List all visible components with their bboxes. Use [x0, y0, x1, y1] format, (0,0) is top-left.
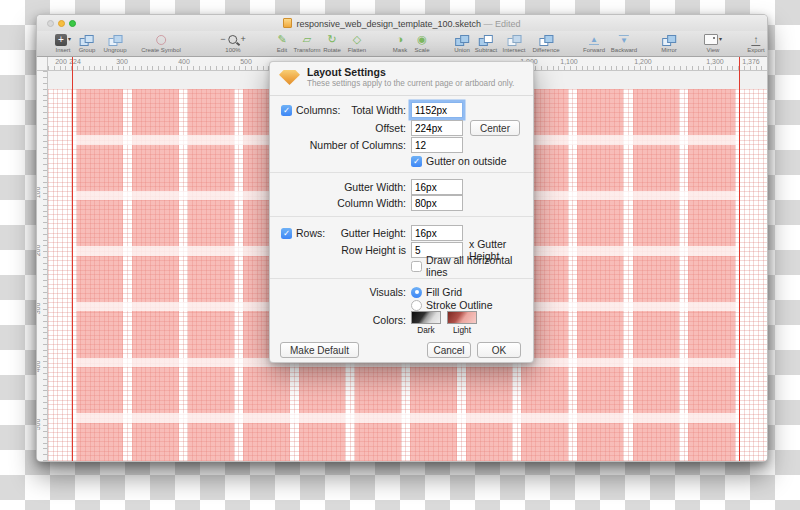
- rotate-icon: ↻: [323, 33, 341, 46]
- forward-button[interactable]: ▲ Forward: [583, 33, 605, 53]
- insert-button[interactable]: +▾ Insert: [55, 33, 71, 53]
- dark-color-well[interactable]: [411, 311, 441, 324]
- symbol-icon: [156, 35, 166, 45]
- backward-button[interactable]: ▼ Backward: [611, 33, 637, 53]
- vertical-ruler[interactable]: 0 100 200 300 400 500 600: [37, 57, 48, 461]
- chevron-down-icon: ▾: [719, 33, 722, 46]
- divider: [270, 278, 533, 279]
- difference-icon: [539, 34, 553, 46]
- subtract-button[interactable]: Subtract: [475, 33, 497, 53]
- light-color-well[interactable]: [447, 311, 477, 324]
- gutter-outside-checkbox[interactable]: ✓: [411, 156, 422, 167]
- arrange-backward-icon: ▼: [619, 35, 629, 45]
- sketch-diamond-icon: [279, 70, 300, 85]
- mirror-button[interactable]: Mirror: [661, 33, 677, 53]
- ruler-label: 300: [116, 58, 128, 65]
- union-button[interactable]: Union: [454, 33, 470, 53]
- make-default-button[interactable]: Make Default: [280, 342, 359, 358]
- intersect-button[interactable]: Intersect: [502, 33, 525, 53]
- light-color-label: Light: [447, 325, 477, 335]
- gutter-outside-label: Gutter on outside: [426, 155, 507, 167]
- edit-button[interactable]: ✎ Edit: [277, 33, 287, 53]
- export-button[interactable]: ↑ Export: [747, 33, 764, 53]
- stroke-outline-radio[interactable]: [411, 300, 422, 311]
- view-button[interactable]: ▾ View: [704, 33, 722, 53]
- union-icon: [455, 34, 469, 46]
- magnifier-icon: [229, 35, 238, 44]
- export-arrow-icon: ↑: [752, 34, 761, 46]
- number-of-columns-input[interactable]: [411, 137, 463, 153]
- colors-label: Colors:: [270, 311, 411, 326]
- ruler-label: 400: [178, 58, 190, 65]
- flatten-icon: ◇: [348, 33, 366, 46]
- ruler-label: 200: [36, 245, 41, 257]
- columns-label: Columns:: [296, 104, 340, 116]
- toolbar: +▾ Insert Group Ungroup Create Symbol −+…: [37, 31, 767, 57]
- ruler-label: 1,100: [560, 58, 578, 65]
- gutter-height-input[interactable]: [411, 225, 463, 241]
- zoom-out-icon[interactable]: −: [220, 33, 225, 46]
- rows-label: Rows:: [296, 227, 325, 239]
- divider: [270, 216, 533, 217]
- layout-guide-left-224: [72, 57, 73, 461]
- ruler-label: 0: [36, 133, 37, 137]
- transparent-checkerboard-background: responsive_web_design_template_100.sketc…: [0, 0, 800, 510]
- gutter-width-label: Gutter Width:: [270, 181, 411, 193]
- dialog-title: Layout Settings: [307, 66, 386, 78]
- pencil-icon: ✎: [277, 33, 287, 46]
- window-title-text: responsive_web_design_template_100.sketc…: [296, 19, 481, 29]
- ok-button[interactable]: OK: [477, 342, 521, 358]
- ruler-label: 400: [36, 361, 41, 373]
- view-icon: [704, 34, 718, 45]
- column-width-label: Column Width:: [270, 197, 411, 209]
- rows-checkbox-row[interactable]: ✓ Rows:: [281, 227, 325, 239]
- arrange-forward-icon: ▲: [589, 35, 599, 45]
- dialog-subtitle: These settings apply to the current page…: [307, 79, 514, 88]
- difference-button[interactable]: Difference: [532, 33, 559, 53]
- chevron-down-icon: ▾: [68, 33, 71, 46]
- mirror-icon: [662, 34, 676, 46]
- columns-checkbox-row[interactable]: ✓ Columns:: [281, 104, 340, 116]
- zoom-control[interactable]: −+ 100%: [220, 33, 246, 53]
- title-bar: responsive_web_design_template_100.sketc…: [37, 15, 767, 31]
- ruler-label: 100: [36, 187, 41, 199]
- ruler-label: 1,200: [634, 58, 652, 65]
- scale-icon: ◉: [414, 33, 429, 46]
- ruler-label: 500: [240, 58, 252, 65]
- ruler-label: 500: [36, 419, 41, 431]
- ungroup-button[interactable]: Ungroup: [103, 33, 126, 53]
- zoom-level: 100%: [220, 47, 246, 53]
- ruler-label: 200: [55, 58, 67, 65]
- mask-button[interactable]: ◑ Mask: [393, 33, 407, 53]
- scale-button[interactable]: ◉ Scale: [414, 33, 429, 53]
- ungroup-icon: [108, 34, 122, 46]
- dark-color-label: Dark: [411, 325, 441, 335]
- zoom-in-icon[interactable]: +: [241, 33, 246, 46]
- create-symbol-button[interactable]: Create Symbol: [141, 33, 181, 53]
- number-of-columns-label: Number of Columns:: [270, 139, 411, 151]
- mask-icon: ◑: [393, 33, 407, 46]
- total-width-input[interactable]: [411, 102, 463, 118]
- group-button[interactable]: Group: [79, 33, 96, 53]
- fill-grid-radio[interactable]: [411, 287, 422, 298]
- draw-all-horizontal-lines-checkbox[interactable]: [411, 261, 422, 272]
- cancel-button[interactable]: Cancel: [427, 342, 471, 358]
- offset-input[interactable]: [411, 120, 463, 136]
- intersect-icon: [507, 34, 521, 46]
- document-icon: [283, 18, 292, 28]
- flatten-button[interactable]: ◇ Flatten: [348, 33, 366, 53]
- draw-all-horizontal-lines-label: Draw all horizontal lines: [426, 254, 533, 278]
- gutter-width-input[interactable]: [411, 179, 463, 195]
- rows-checkbox[interactable]: ✓: [281, 228, 292, 239]
- layout-guide-right-1376: [739, 57, 740, 461]
- column-width-input[interactable]: [411, 195, 463, 211]
- layout-settings-dialog: Layout Settings These settings apply to …: [269, 61, 534, 363]
- sketch-app-window: responsive_web_design_template_100.sketc…: [36, 14, 768, 462]
- columns-checkbox[interactable]: ✓: [281, 105, 292, 116]
- offset-label: Offset:: [270, 122, 411, 134]
- ruler-label: 1,376: [742, 58, 760, 65]
- transform-button[interactable]: ▱ Transform: [293, 33, 320, 53]
- rotate-button[interactable]: ↻ Rotate: [323, 33, 341, 53]
- group-icon: [80, 34, 94, 46]
- center-button[interactable]: Center: [470, 120, 520, 136]
